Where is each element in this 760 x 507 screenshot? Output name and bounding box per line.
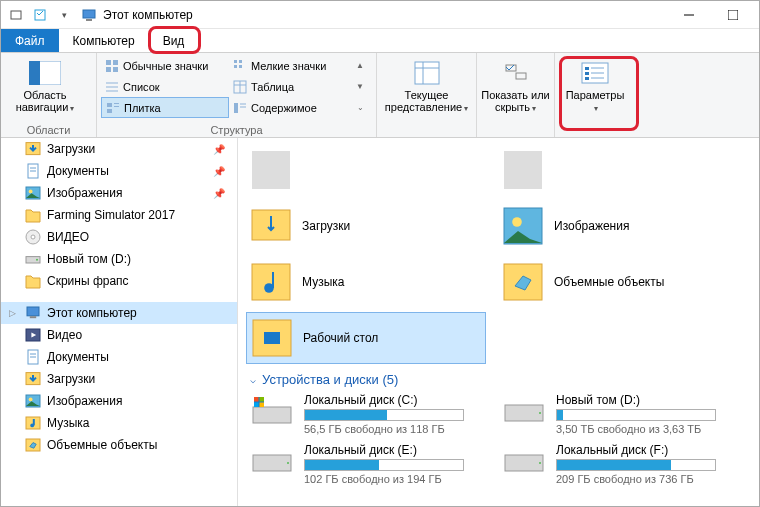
sidebar-item-label: Видео [47, 328, 82, 342]
svg-rect-26 [234, 103, 238, 113]
current-view-button[interactable]: Текущее представление▾ [381, 55, 472, 114]
svg-point-67 [512, 217, 522, 227]
svg-rect-8 [106, 60, 111, 65]
tiles-icon [106, 101, 120, 115]
qat-properties-icon[interactable] [29, 4, 51, 26]
layout-details[interactable]: Таблица [229, 76, 351, 97]
ribbon-group-options: Параметры▾ [555, 53, 635, 137]
svg-point-50 [36, 259, 38, 261]
sidebar-item-label: Загрузки [47, 142, 95, 156]
sidebar-item[interactable]: Farming Simulator 2017 [1, 204, 237, 226]
sidebar-item[interactable]: Документы [1, 346, 237, 368]
sidebar-item[interactable]: Изображения📌 [1, 182, 237, 204]
svg-rect-75 [254, 397, 259, 402]
svg-rect-73 [253, 407, 291, 423]
sidebar-item-label: Скрины фрапс [47, 274, 129, 288]
sidebar-item-label: Документы [47, 350, 109, 364]
sidebar-item[interactable]: Музыка [1, 412, 237, 434]
folder-icon [25, 273, 41, 289]
navigation-sidebar: Загрузки📌Документы📌Изображения📌Farming S… [1, 138, 238, 506]
ribbon-group-panes: Область навигации▾ Области [1, 53, 97, 137]
folder-tile[interactable]: Загрузки [246, 200, 486, 252]
drive-tile[interactable]: Локальный диск (C:) 56,5 ГБ свободно из … [246, 391, 486, 437]
svg-point-69 [264, 283, 274, 293]
folder-tile[interactable]: Изображения [498, 200, 738, 252]
options-icon [579, 59, 611, 87]
sidebar-item[interactable]: Объемные объекты [1, 434, 237, 456]
svg-point-84 [539, 462, 541, 464]
folder-tile[interactable] [246, 144, 486, 196]
svg-rect-0 [11, 11, 21, 19]
sidebar-item[interactable]: ▷Этот компьютер [1, 302, 237, 324]
drive-free-text: 3,50 ТБ свободно из 3,63 ТБ [556, 423, 734, 435]
documents-icon [25, 163, 41, 179]
svg-point-59 [29, 397, 33, 401]
folder-tile[interactable]: Объемные объекты [498, 256, 738, 308]
content-icon [233, 101, 247, 115]
folder-icon [25, 207, 41, 223]
show-hide-button[interactable]: Показать или скрыть▾ [481, 55, 550, 114]
layout-scroll-up[interactable]: ▲ [351, 55, 369, 76]
svg-rect-51 [27, 307, 39, 316]
sidebar-item[interactable]: Загрузки📌 [1, 138, 237, 160]
drives-section-header[interactable]: ⌵ Устройства и диски (5) [246, 364, 759, 391]
options-button[interactable]: Параметры▾ [559, 55, 631, 114]
drive-tiles: Локальный диск (C:) 56,5 ГБ свободно из … [246, 391, 759, 487]
sidebar-item[interactable]: ВИДЕО [1, 226, 237, 248]
maximize-button[interactable] [711, 1, 755, 29]
drive-tile[interactable]: Локальный диск (E:) 102 ГБ свободно из 1… [246, 441, 486, 487]
svg-rect-79 [505, 405, 543, 421]
video-partial-icon [250, 149, 292, 191]
downloads-icon [250, 205, 292, 247]
sidebar-item[interactable]: Скрины фрапс [1, 270, 237, 292]
sidebar-item-label: Изображения [47, 186, 122, 200]
tab-file[interactable]: Файл [1, 29, 59, 52]
drive-name: Новый том (D:) [556, 393, 734, 407]
layout-expand[interactable]: ⌄ [351, 97, 369, 118]
folder-tile[interactable]: Музыка [246, 256, 486, 308]
svg-rect-1 [35, 10, 45, 20]
layout-list[interactable]: Список [101, 76, 229, 97]
qat-back-icon[interactable] [5, 4, 27, 26]
svg-rect-22 [107, 103, 112, 107]
sidebar-item[interactable]: Загрузки [1, 368, 237, 390]
sidebar-item-label: Этот компьютер [47, 306, 137, 320]
drive-tile[interactable]: Локальный диск (F:) 209 ГБ свободно из 7… [498, 441, 738, 487]
layout-tiles[interactable]: Плитка [101, 97, 229, 118]
sidebar-item[interactable]: Изображения [1, 390, 237, 412]
drive-icon [502, 393, 546, 429]
navigation-pane-button[interactable]: Область навигации▾ [5, 55, 85, 114]
sidebar-item-label: ВИДЕО [47, 230, 89, 244]
minimize-button[interactable] [667, 1, 711, 29]
layout-content[interactable]: Содержимое [229, 97, 351, 118]
svg-rect-10 [106, 67, 111, 72]
drive-tile[interactable]: Новый том (D:) 3,50 ТБ свободно из 3,63 … [498, 391, 738, 437]
drive-free-text: 209 ГБ свободно из 736 ГБ [556, 473, 734, 485]
drive-name: Локальный диск (C:) [304, 393, 482, 407]
folder-tile[interactable] [498, 144, 738, 196]
svg-rect-23 [114, 103, 119, 104]
svg-rect-81 [253, 455, 291, 471]
drive-usage-bar [304, 459, 464, 471]
folder-tile[interactable]: Рабочий стол [246, 312, 486, 364]
layout-scroll-down[interactable]: ▼ [351, 76, 369, 97]
video-icon [25, 327, 41, 343]
svg-point-46 [29, 189, 33, 193]
medium-icons-icon [105, 59, 119, 73]
layout-small-icons[interactable]: Мелкие значки [229, 55, 351, 76]
current-view-icon [411, 59, 443, 87]
sidebar-item[interactable]: Документы📌 [1, 160, 237, 182]
sidebar-item[interactable]: Видео [1, 324, 237, 346]
sidebar-item-label: Новый том (D:) [47, 252, 131, 266]
qat-dropdown-icon[interactable]: ▾ [53, 4, 75, 26]
svg-rect-83 [505, 455, 543, 471]
title-bar: ▾ Этот компьютер [1, 1, 759, 29]
tab-view[interactable]: Вид [149, 29, 199, 52]
svg-rect-9 [113, 60, 118, 65]
tab-computer[interactable]: Компьютер [59, 29, 149, 52]
drive-usage-bar [304, 409, 464, 421]
sidebar-item-label: Farming Simulator 2017 [47, 208, 175, 222]
sidebar-item[interactable]: Новый том (D:) [1, 248, 237, 270]
navigation-pane-icon [29, 59, 61, 87]
layout-medium-icons[interactable]: Обычные значки [101, 55, 229, 76]
